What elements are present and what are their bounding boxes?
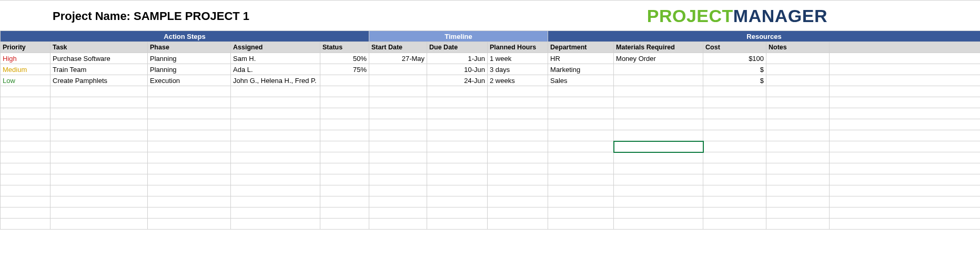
col-department[interactable]: Department bbox=[548, 42, 614, 53]
cell[interactable] bbox=[766, 196, 830, 207]
cell[interactable] bbox=[50, 86, 148, 97]
cell[interactable] bbox=[614, 97, 703, 108]
cell-status[interactable]: 50% bbox=[320, 53, 369, 64]
cell[interactable] bbox=[548, 130, 614, 141]
cell-materials[interactable] bbox=[614, 75, 703, 86]
cell[interactable] bbox=[148, 119, 231, 130]
cell-task[interactable]: Train Team bbox=[50, 64, 148, 75]
cell[interactable] bbox=[488, 219, 548, 230]
cell-status[interactable] bbox=[320, 75, 369, 86]
cell[interactable] bbox=[320, 152, 369, 163]
cell-task[interactable]: Create Pamphlets bbox=[50, 75, 148, 86]
cell[interactable] bbox=[231, 196, 320, 207]
cell-notes[interactable] bbox=[766, 64, 830, 75]
cell[interactable] bbox=[148, 163, 231, 174]
cell[interactable] bbox=[231, 86, 320, 97]
cell[interactable] bbox=[231, 219, 320, 230]
cell[interactable] bbox=[231, 119, 320, 130]
col-task[interactable]: Task bbox=[50, 42, 148, 53]
cell-materials[interactable]: Money Order bbox=[614, 53, 703, 64]
cell[interactable] bbox=[703, 119, 766, 130]
cell[interactable] bbox=[320, 141, 369, 152]
cell[interactable] bbox=[766, 130, 830, 141]
cell[interactable] bbox=[766, 108, 830, 119]
cell-priority[interactable]: Low bbox=[1, 75, 50, 86]
cell[interactable] bbox=[830, 86, 980, 97]
cell[interactable] bbox=[1, 119, 50, 130]
col-cost[interactable]: Cost bbox=[703, 42, 766, 53]
cell[interactable] bbox=[148, 207, 231, 219]
cell[interactable] bbox=[148, 97, 231, 108]
cell[interactable] bbox=[830, 163, 980, 174]
group-resources[interactable]: Resources bbox=[548, 31, 980, 42]
cell[interactable] bbox=[830, 207, 980, 219]
cell[interactable] bbox=[1, 108, 50, 119]
cell-cost[interactable]: $ bbox=[703, 75, 766, 86]
col-assigned[interactable]: Assigned bbox=[231, 42, 320, 53]
cell-notes[interactable] bbox=[766, 53, 830, 64]
cell[interactable] bbox=[148, 108, 231, 119]
cell[interactable] bbox=[369, 119, 427, 130]
cell-assigned[interactable]: Sam H. bbox=[231, 53, 320, 64]
cell[interactable] bbox=[830, 174, 980, 185]
cell[interactable] bbox=[427, 86, 488, 97]
cell[interactable] bbox=[50, 141, 148, 152]
cell[interactable] bbox=[766, 86, 830, 97]
cell[interactable] bbox=[369, 108, 427, 119]
cell[interactable] bbox=[320, 207, 369, 219]
cell[interactable] bbox=[488, 152, 548, 163]
cell-planned-hours[interactable]: 1 week bbox=[488, 53, 548, 64]
cell[interactable] bbox=[830, 130, 980, 141]
cell[interactable] bbox=[148, 152, 231, 163]
cell-task[interactable]: Purchase Software bbox=[50, 53, 148, 64]
cell-priority[interactable]: High bbox=[1, 53, 50, 64]
cell-planned-hours[interactable]: 3 days bbox=[488, 64, 548, 75]
cell[interactable] bbox=[427, 174, 488, 185]
cell[interactable] bbox=[830, 141, 980, 152]
cell[interactable] bbox=[369, 163, 427, 174]
cell[interactable] bbox=[703, 152, 766, 163]
cell-cost[interactable]: $100 bbox=[703, 53, 766, 64]
cell[interactable] bbox=[548, 163, 614, 174]
cell-materials[interactable] bbox=[614, 64, 703, 75]
cell[interactable] bbox=[614, 119, 703, 130]
cell[interactable] bbox=[427, 108, 488, 119]
col-phase[interactable]: Phase bbox=[148, 42, 231, 53]
cell[interactable] bbox=[1, 196, 50, 207]
cell[interactable] bbox=[830, 152, 980, 163]
cell[interactable] bbox=[369, 130, 427, 141]
cell[interactable] bbox=[766, 152, 830, 163]
project-table[interactable]: Action Steps Timeline Resources Priority… bbox=[0, 30, 980, 230]
cell-department[interactable]: Marketing bbox=[548, 64, 614, 75]
cell[interactable] bbox=[1, 141, 50, 152]
cell[interactable] bbox=[830, 97, 980, 108]
cell[interactable] bbox=[369, 141, 427, 152]
cell[interactable] bbox=[369, 152, 427, 163]
cell[interactable] bbox=[614, 108, 703, 119]
cell[interactable] bbox=[548, 97, 614, 108]
cell[interactable] bbox=[488, 130, 548, 141]
cell[interactable] bbox=[548, 185, 614, 196]
cell[interactable] bbox=[1, 174, 50, 185]
cell[interactable] bbox=[50, 196, 148, 207]
cell-due-date[interactable]: 10-Jun bbox=[427, 64, 488, 75]
cell[interactable] bbox=[231, 185, 320, 196]
cell-priority[interactable]: Medium bbox=[1, 64, 50, 75]
col-extra[interactable] bbox=[830, 42, 980, 53]
cell[interactable] bbox=[488, 86, 548, 97]
cell[interactable] bbox=[614, 163, 703, 174]
cell[interactable] bbox=[427, 119, 488, 130]
cell[interactable] bbox=[427, 130, 488, 141]
cell[interactable] bbox=[427, 196, 488, 207]
cell[interactable] bbox=[1, 130, 50, 141]
group-action[interactable]: Action Steps bbox=[1, 31, 369, 42]
cell[interactable] bbox=[1, 207, 50, 219]
cell[interactable] bbox=[148, 196, 231, 207]
cell[interactable] bbox=[50, 219, 148, 230]
cell-cost[interactable]: $ bbox=[703, 64, 766, 75]
cell[interactable] bbox=[488, 207, 548, 219]
cell[interactable] bbox=[766, 207, 830, 219]
cell[interactable] bbox=[231, 108, 320, 119]
cell[interactable] bbox=[488, 141, 548, 152]
cell[interactable] bbox=[320, 130, 369, 141]
